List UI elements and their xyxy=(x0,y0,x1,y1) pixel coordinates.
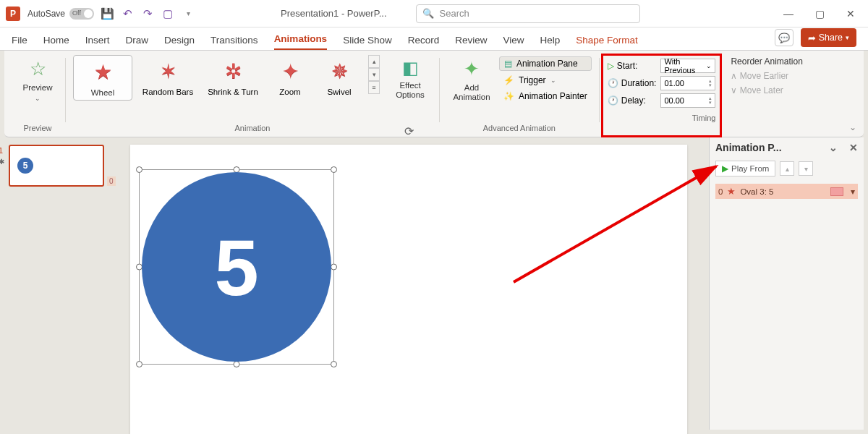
trigger-icon: ⚡ xyxy=(503,75,514,85)
effect-options-button[interactable]: ◧ Effect Options xyxy=(388,55,432,102)
anim-zoom[interactable]: ✦ Zoom xyxy=(268,55,312,96)
clock-icon: 🕐 xyxy=(608,78,618,88)
resize-handle[interactable] xyxy=(136,361,142,367)
preview-button[interactable]: ☆ Preview ⌄ xyxy=(17,55,58,105)
redo-icon[interactable]: ↷ xyxy=(142,8,153,20)
autosave-switch[interactable]: Off xyxy=(69,8,94,20)
rotate-handle-icon[interactable]: ⟳ xyxy=(404,124,414,138)
undo-icon[interactable]: ↶ xyxy=(122,8,133,20)
animation-pane-icon: ▤ xyxy=(504,59,512,69)
spinner-icon[interactable]: ▴▾ xyxy=(709,96,712,105)
qat-dropdown-icon[interactable]: ▾ xyxy=(182,8,194,20)
play-from-button[interactable]: ▶Play From xyxy=(715,161,775,176)
tab-transitions[interactable]: Transitions xyxy=(210,35,258,50)
star-icon: ★ xyxy=(94,60,112,84)
timeline-bar[interactable] xyxy=(830,187,843,196)
move-earlier-button[interactable]: ∧ Move Earlier xyxy=(731,71,802,81)
search-icon: 🔍 xyxy=(422,8,434,19)
ribbon-tabs: File Home Insert Draw Design Transitions… xyxy=(0,27,868,51)
duration-field[interactable]: 01.00▴▾ xyxy=(660,76,715,90)
tab-file[interactable]: File xyxy=(12,35,27,50)
animation-list-item[interactable]: 0 ★ Oval 3: 5 ▾ xyxy=(715,184,858,199)
anim-swivel[interactable]: ✵ Swivel xyxy=(318,55,361,96)
duration-label: 🕐Duration: xyxy=(608,78,657,88)
close-icon[interactable]: ✕ xyxy=(846,8,855,20)
trigger-button[interactable]: ⚡ Trigger ⌄ xyxy=(499,74,592,87)
maximize-icon[interactable]: ▢ xyxy=(815,8,825,20)
move-down-button[interactable]: ▾ xyxy=(799,161,813,176)
slide[interactable]: ⟳ 5 xyxy=(130,145,687,434)
chevron-down-icon[interactable]: ▾ xyxy=(851,187,855,197)
move-up-button[interactable]: ▴ xyxy=(780,161,794,176)
oval-shape[interactable]: 5 xyxy=(142,172,331,362)
group-advanced-animation: ✦ Add Animation ▤ Animation Pane ⚡ Trigg… xyxy=(441,54,597,137)
anim-random-bars[interactable]: ✶ Random Bars xyxy=(138,55,197,96)
group-label-advanced: Advanced Animation xyxy=(483,122,556,135)
resize-handle[interactable] xyxy=(331,264,337,271)
move-later-button[interactable]: ∨ Move Later xyxy=(731,85,802,95)
close-pane-icon[interactable]: ✕ xyxy=(849,142,858,153)
tab-design[interactable]: Design xyxy=(164,35,195,50)
tab-animations[interactable]: Animations xyxy=(274,33,328,50)
save-icon[interactable]: 💾 xyxy=(101,8,113,20)
delay-field[interactable]: 00.00▴▾ xyxy=(660,93,715,108)
play-icon: ▷ xyxy=(608,61,614,71)
autosave-label: AutoSave xyxy=(27,9,65,19)
tab-view[interactable]: View xyxy=(503,35,524,50)
animation-gallery[interactable]: ★ Wheel ✶ Random Bars ✲ Shrink & Turn ✦ … xyxy=(73,55,380,101)
animation-pane-button[interactable]: ▤ Animation Pane xyxy=(499,56,592,71)
resize-handle[interactable] xyxy=(234,361,240,367)
clock-icon: 🕐 xyxy=(608,95,618,106)
tab-draw[interactable]: Draw xyxy=(126,35,149,50)
document-title: Presentation1 - PowerP... xyxy=(281,8,386,19)
group-preview: ☆ Preview ⌄ Preview xyxy=(12,54,64,137)
anim-shrink-turn[interactable]: ✲ Shrink & Turn xyxy=(203,55,263,96)
gallery-scroll[interactable]: ▴ ▾ ≡ xyxy=(368,55,380,94)
title-bar: P AutoSave Off 💾 ↶ ↷ ▢ ▾ Presentation1 -… xyxy=(0,0,868,27)
reorder-title: Reorder Animation xyxy=(731,56,802,67)
slide-number: 1 xyxy=(0,146,3,155)
painter-icon: ✨ xyxy=(503,91,514,101)
autosave-toggle[interactable]: AutoSave Off xyxy=(27,8,94,20)
play-icon: ▶ xyxy=(722,163,728,174)
spinner-icon[interactable]: ▴▾ xyxy=(709,79,712,88)
slide-thumbnail-1[interactable]: 5 xyxy=(9,145,104,187)
slide-thumbnails: 1 ✱ 5 xyxy=(4,137,109,430)
resize-handle[interactable] xyxy=(331,166,337,173)
add-animation-button[interactable]: ✦ Add Animation xyxy=(447,55,496,104)
animation-painter-button[interactable]: ✨ Animation Painter xyxy=(499,90,592,103)
quick-access-toolbar: 💾 ↶ ↷ ▢ ▾ xyxy=(101,8,194,20)
gallery-down-icon[interactable]: ▾ xyxy=(368,68,380,81)
minimize-icon[interactable]: — xyxy=(783,8,793,20)
group-label-reorder xyxy=(766,122,768,135)
tab-review[interactable]: Review xyxy=(455,35,487,50)
animation-tag[interactable]: 0 xyxy=(107,176,116,186)
slideshow-icon[interactable]: ▢ xyxy=(162,8,174,20)
star-icon: ✲ xyxy=(225,59,242,83)
chevron-down-icon: ⌄ xyxy=(35,95,41,102)
tab-slideshow[interactable]: Slide Show xyxy=(343,35,392,50)
tab-shape-format[interactable]: Shape Format xyxy=(576,35,638,50)
group-reorder: Reorder Animation ∧ Move Earlier ∨ Move … xyxy=(722,54,811,137)
gallery-up-icon[interactable]: ▴ xyxy=(368,55,380,68)
search-box[interactable]: 🔍 Search xyxy=(416,4,640,23)
tab-record[interactable]: Record xyxy=(408,35,440,50)
chevron-down-icon[interactable]: ⌄ xyxy=(829,142,838,153)
resize-handle[interactable] xyxy=(136,166,142,173)
tab-insert[interactable]: Insert xyxy=(85,35,110,50)
share-button[interactable]: ➦Share▾ xyxy=(801,28,856,47)
comments-button[interactable]: 💬 xyxy=(775,29,793,46)
group-label-timing: Timing xyxy=(608,112,716,125)
anim-wheel[interactable]: ★ Wheel xyxy=(73,55,132,101)
tab-home[interactable]: Home xyxy=(43,35,69,50)
tab-help[interactable]: Help xyxy=(540,35,561,50)
share-icon: ➦ xyxy=(808,33,816,43)
resize-handle[interactable] xyxy=(331,361,337,367)
slide-canvas-area: 0 ⟳ 5 xyxy=(109,137,709,430)
collapse-ribbon-icon[interactable]: ⌄ xyxy=(849,122,856,132)
work-area: 1 ✱ 5 0 ⟳ 5 xyxy=(4,137,864,430)
gallery-more-icon[interactable]: ≡ xyxy=(368,81,380,94)
start-dropdown[interactable]: With Previous⌄ xyxy=(660,59,715,73)
search-placeholder: Search xyxy=(440,8,469,19)
group-label-preview: Preview xyxy=(23,122,51,135)
